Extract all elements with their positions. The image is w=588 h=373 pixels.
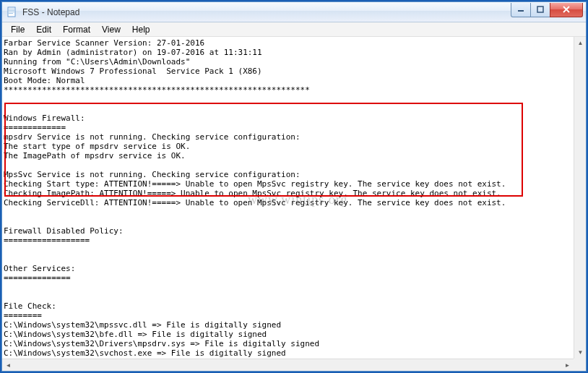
svg-rect-5: [518, 10, 524, 12]
svg-rect-2: [9, 10, 14, 11]
notepad-window: FSS - Notepad File Edit Format View Help…: [1, 1, 587, 372]
log-other-section: Other Services: ==============: [4, 264, 75, 283]
content-area: Farbar Service Scanner Version: 27-01-20…: [2, 37, 586, 371]
vertical-scrollbar[interactable]: ▲ ▼: [574, 37, 586, 359]
menu-edit[interactable]: Edit: [30, 23, 57, 36]
log-firewall-section: Windows Firewall: ============= mpsdrv S…: [4, 113, 506, 207]
scroll-left-button[interactable]: ◄: [2, 359, 14, 371]
text-editor[interactable]: Farbar Service Scanner Version: 27-01-20…: [4, 38, 573, 358]
window-controls: [511, 3, 583, 17]
minimize-button[interactable]: [511, 3, 531, 17]
menu-view[interactable]: View: [96, 23, 126, 36]
maximize-button[interactable]: [530, 3, 550, 17]
svg-rect-1: [9, 9, 14, 9]
close-button[interactable]: [550, 3, 583, 17]
scroll-down-button[interactable]: ▼: [574, 346, 586, 359]
log-policy-section: Firewall Disabled Policy: ==============…: [4, 226, 124, 245]
log-filecheck-section: File Check: ======== C:\Windows\system32…: [4, 301, 319, 358]
scroll-right-button[interactable]: ►: [561, 359, 574, 371]
scroll-corner: [574, 359, 586, 371]
menu-help[interactable]: Help: [126, 23, 156, 36]
menu-format[interactable]: Format: [57, 23, 96, 36]
svg-rect-3: [9, 12, 14, 12]
title-bar[interactable]: FSS - Notepad: [2, 2, 586, 22]
svg-rect-4: [9, 13, 13, 14]
horizontal-scrollbar[interactable]: ◄ ►: [2, 359, 574, 371]
window-title: FSS - Notepad: [22, 7, 79, 17]
scroll-up-button[interactable]: ▲: [574, 37, 586, 49]
log-header: Farbar Service Scanner Version: 27-01-20…: [4, 38, 310, 95]
svg-rect-6: [537, 7, 543, 12]
app-icon: [7, 7, 18, 18]
menu-bar: File Edit Format View Help: [2, 22, 586, 37]
menu-file[interactable]: File: [5, 23, 30, 36]
